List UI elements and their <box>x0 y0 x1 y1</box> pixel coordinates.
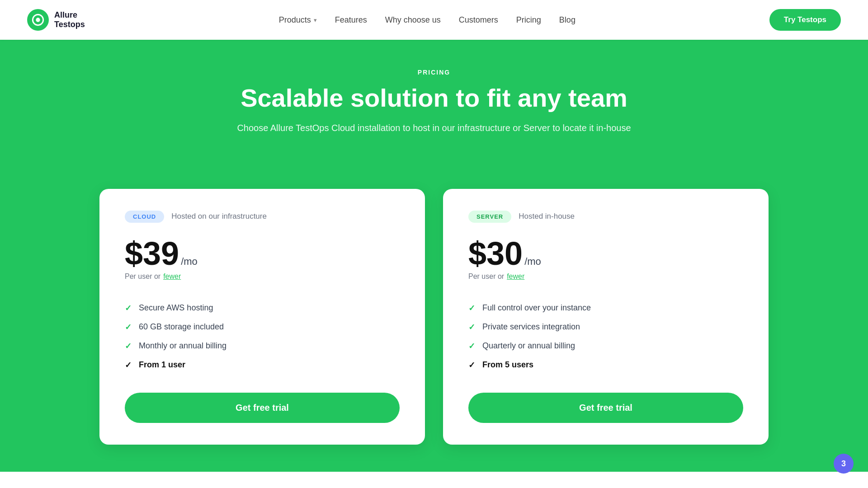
nav-why-choose-us[interactable]: Why choose us <box>385 15 441 25</box>
cloud-pricing-card: CLOUD Hosted on our infrastructure $39 /… <box>99 189 425 445</box>
cloud-feature-1: ✓ Secure AWS hosting <box>125 299 400 318</box>
cloud-price-amount: $39 <box>125 237 179 270</box>
cloud-feature-2: ✓ 60 GB storage included <box>125 318 400 337</box>
logo-icon <box>27 9 49 31</box>
check-icon: ✓ <box>125 303 132 313</box>
check-icon: ✓ <box>468 360 475 370</box>
logo[interactable]: Allure Testops <box>27 9 85 31</box>
pricing-cards-section: CLOUD Hosted on our infrastructure $39 /… <box>0 171 868 472</box>
hero-section: PRICING Scalable solution to fit any tea… <box>0 40 868 171</box>
server-feature-4-text: From 5 users <box>482 360 533 370</box>
server-feature-1-text: Full control over your instance <box>482 303 591 313</box>
nav-customers[interactable]: Customers <box>459 15 498 25</box>
check-icon: ✓ <box>468 303 475 313</box>
server-price-amount: $30 <box>468 237 523 270</box>
cloud-feature-2-text: 60 GB storage included <box>139 322 224 332</box>
server-feature-1: ✓ Full control over your instance <box>468 299 743 318</box>
check-icon: ✓ <box>125 341 132 351</box>
check-icon: ✓ <box>125 360 132 370</box>
nav-pricing[interactable]: Pricing <box>516 15 541 25</box>
cloud-price-sub-text: Per user or <box>125 272 160 281</box>
logo-sub: Testops <box>54 20 85 29</box>
nav-products-label: Products <box>279 15 311 25</box>
server-get-free-trial-button[interactable]: Get free trial <box>468 393 743 423</box>
nav-features[interactable]: Features <box>335 15 367 25</box>
server-pricing-card: SERVER Hosted in-house $30 /mo Per user … <box>443 189 769 445</box>
nav-blog[interactable]: Blog <box>559 15 576 25</box>
hero-label: PRICING <box>18 69 850 76</box>
logo-brand: Allure <box>54 10 85 20</box>
logo-text: Allure Testops <box>54 10 85 29</box>
notification-badge[interactable]: 3 <box>834 454 854 474</box>
nav-links: Products ▾ Features Why choose us Custom… <box>279 15 576 25</box>
cloud-badge: CLOUD <box>125 211 164 223</box>
server-hosting-label: Hosted in-house <box>519 212 575 221</box>
check-icon: ✓ <box>468 341 475 351</box>
cloud-feature-3: ✓ Monthly or annual billing <box>125 337 400 356</box>
cloud-feature-3-text: Monthly or annual billing <box>139 341 226 351</box>
nav-products[interactable]: Products ▾ <box>279 15 317 25</box>
hero-title: Scalable solution to fit any team <box>18 84 850 112</box>
navbar: Allure Testops Products ▾ Features Why c… <box>0 0 868 40</box>
server-features-list: ✓ Full control over your instance ✓ Priv… <box>468 299 743 375</box>
svg-point-1 <box>36 18 40 22</box>
hero-subtitle: Choose Allure TestOps Cloud installation… <box>231 121 637 135</box>
cloud-hosting-label: Hosted on our infrastructure <box>171 212 267 221</box>
server-price-row: $30 /mo <box>468 237 743 270</box>
server-feature-3: ✓ Quarterly or annual billing <box>468 337 743 356</box>
check-icon: ✓ <box>125 322 132 332</box>
check-icon: ✓ <box>468 322 475 332</box>
cloud-price-period: /mo <box>181 256 198 267</box>
server-fewer-link[interactable]: fewer <box>507 272 524 281</box>
server-price-sub-text: Per user or <box>468 272 504 281</box>
server-price-sub: Per user or fewer <box>468 272 743 281</box>
server-feature-3-text: Quarterly or annual billing <box>482 341 575 351</box>
cloud-feature-1-text: Secure AWS hosting <box>139 303 213 313</box>
allure-logo-svg <box>32 14 44 26</box>
cloud-badge-row: CLOUD Hosted on our infrastructure <box>125 211 400 223</box>
try-testops-button[interactable]: Try Testops <box>769 9 841 31</box>
server-badge-row: SERVER Hosted in-house <box>468 211 743 223</box>
cloud-feature-4: ✓ From 1 user <box>125 356 400 375</box>
server-feature-2: ✓ Private services integration <box>468 318 743 337</box>
chevron-down-icon: ▾ <box>314 17 317 23</box>
cloud-get-free-trial-button[interactable]: Get free trial <box>125 393 400 423</box>
server-feature-4: ✓ From 5 users <box>468 356 743 375</box>
server-feature-2-text: Private services integration <box>482 322 580 332</box>
cloud-price-sub: Per user or fewer <box>125 272 400 281</box>
server-badge: SERVER <box>468 211 511 223</box>
cloud-feature-4-text: From 1 user <box>139 360 185 370</box>
server-price-period: /mo <box>524 256 541 267</box>
cloud-price-row: $39 /mo <box>125 237 400 270</box>
cloud-features-list: ✓ Secure AWS hosting ✓ 60 GB storage inc… <box>125 299 400 375</box>
cloud-fewer-link[interactable]: fewer <box>163 272 181 281</box>
